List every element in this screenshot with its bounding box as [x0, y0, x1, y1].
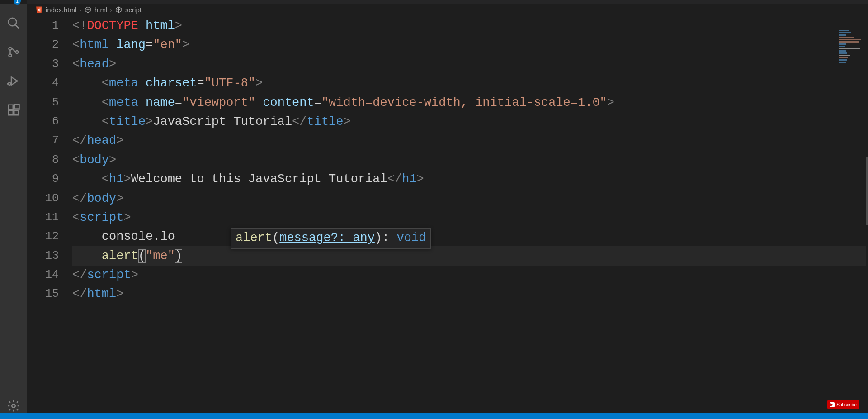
editor-tabbar	[27, 0, 868, 4]
line-number: 13	[27, 247, 59, 266]
minimap-line	[839, 41, 859, 43]
minimap-line	[839, 50, 846, 52]
line-number: 12	[27, 227, 59, 246]
minimap-line	[839, 46, 845, 47]
svg-line-1	[15, 25, 19, 29]
breadcrumb-file[interactable]: index.html	[46, 6, 76, 14]
minimap-line	[839, 34, 846, 36]
line-number: 2	[27, 35, 59, 54]
code-line[interactable]: <!DOCTYPE html>	[72, 16, 868, 35]
subscribe-badge[interactable]: Subscribe	[827, 400, 859, 409]
svg-point-2	[9, 47, 11, 50]
code-line[interactable]: alert("me")	[72, 247, 865, 266]
line-number: 5	[27, 93, 59, 112]
symbol-module-icon	[84, 6, 92, 14]
breadcrumb[interactable]: 5 index.html › html › script	[27, 4, 868, 16]
svg-marker-5	[11, 77, 18, 85]
line-number: 11	[27, 208, 59, 227]
line-number: 9	[27, 170, 59, 189]
line-number: 10	[27, 189, 59, 208]
breadcrumb-level1[interactable]: html	[94, 6, 107, 14]
line-number: 7	[27, 131, 59, 150]
minimap-line	[839, 62, 846, 63]
code-line[interactable]: <h1>Welcome to this JavaScript Tutorial<…	[72, 170, 868, 189]
code-line[interactable]: </head>	[72, 131, 868, 150]
minimap-line	[839, 32, 851, 33]
run-debug-icon[interactable]	[7, 74, 20, 88]
settings-gear-icon[interactable]	[7, 399, 20, 413]
line-number: 8	[27, 151, 59, 170]
minimap-line	[839, 48, 860, 49]
code-line[interactable]: <title>JavaScript Tutorial</title>	[72, 112, 868, 131]
svg-rect-10	[15, 105, 19, 109]
line-number: 3	[27, 55, 59, 74]
minimap-line	[839, 30, 849, 31]
source-control-icon[interactable]	[7, 45, 20, 59]
html-file-icon: 5	[35, 6, 43, 14]
minimap-line	[839, 59, 847, 61]
minimap-line	[839, 37, 854, 38]
minimap[interactable]	[839, 30, 866, 64]
symbol-module-icon	[115, 6, 123, 14]
svg-rect-7	[9, 105, 13, 110]
minimap-line	[839, 52, 847, 54]
minimap-line	[839, 39, 861, 40]
code-line[interactable]: </body>	[72, 189, 868, 208]
code-line[interactable]: <head>	[72, 55, 868, 74]
status-bar[interactable]	[0, 413, 868, 419]
signature-help-popup: alert(message?: any): void	[231, 228, 431, 249]
line-number: 15	[27, 285, 59, 304]
code-line[interactable]: <meta name="viewport" content="width=dev…	[72, 93, 868, 112]
svg-text:5: 5	[38, 8, 40, 12]
svg-point-0	[9, 18, 17, 26]
code-editor[interactable]: 123456789101112131415 <!DOCTYPE html><ht…	[27, 16, 868, 419]
code-line[interactable]: </html>	[72, 285, 868, 304]
svg-point-4	[15, 51, 18, 53]
code-line[interactable]: <html lang="en">	[72, 35, 868, 54]
minimap-line	[839, 55, 850, 56]
svg-point-11	[12, 404, 15, 408]
svg-point-3	[9, 54, 11, 57]
line-number: 1	[27, 16, 59, 35]
activity-bar	[0, 4, 27, 419]
minimap-line	[839, 57, 848, 58]
line-number-gutter: 123456789101112131415	[27, 16, 72, 419]
line-number: 14	[27, 266, 59, 285]
code-line[interactable]: <script>	[72, 208, 868, 227]
chevron-right-icon: ›	[79, 6, 81, 14]
extensions-icon[interactable]	[7, 103, 20, 117]
code-line[interactable]: <meta charset="UTF-8">	[72, 74, 868, 93]
code-line[interactable]: <body>	[72, 151, 868, 170]
svg-point-6	[9, 83, 11, 85]
line-number: 6	[27, 112, 59, 131]
minimap-line	[839, 43, 846, 45]
svg-rect-9	[14, 110, 19, 115]
breadcrumb-level2[interactable]: script	[125, 6, 142, 14]
code-content[interactable]: <!DOCTYPE html><html lang="en"><head> <m…	[72, 16, 868, 419]
line-number: 4	[27, 74, 59, 93]
chevron-right-icon: ›	[110, 6, 112, 14]
overview-ruler[interactable]	[866, 157, 868, 225]
code-line[interactable]: console.lo	[72, 227, 868, 246]
svg-rect-8	[9, 110, 13, 115]
search-icon[interactable]	[7, 16, 20, 30]
code-line[interactable]: </script>	[72, 266, 868, 285]
